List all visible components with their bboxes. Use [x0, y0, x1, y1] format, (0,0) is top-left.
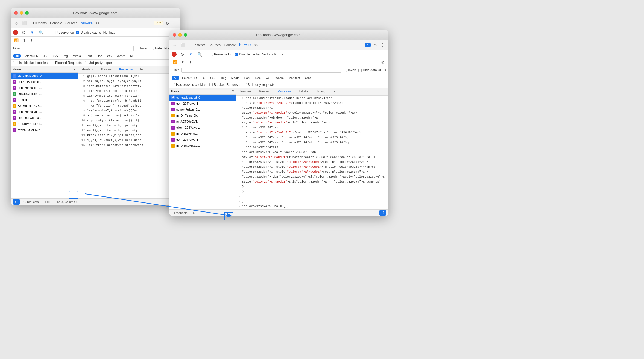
request-item-back[interactable]: xgen_204?atyp=i... — [11, 109, 78, 115]
invert-checkbox-front[interactable] — [344, 69, 347, 72]
request-item-front[interactable]: jm=sy1r,sybt,sy... — [169, 131, 236, 137]
filter-manifest-front[interactable]: Manifest — [286, 76, 302, 80]
filter-img-back[interactable]: Img — [61, 54, 70, 58]
response-tab-front[interactable]: Response — [274, 88, 295, 95]
request-item-front[interactable]: xgen_204?atyp=i... — [169, 101, 236, 107]
filter-media-back[interactable]: Media — [71, 54, 83, 58]
request-item-front[interactable]: xgen_204?atyp=i... — [169, 137, 236, 143]
more-detail-tabs-front[interactable]: >> — [329, 88, 340, 95]
third-party-cb-back[interactable] — [85, 61, 88, 64]
sources-tab-front[interactable]: Sources — [207, 43, 222, 47]
headers-tab-front[interactable]: Headers — [236, 88, 256, 95]
network-tab-active[interactable]: Network — [80, 18, 94, 28]
throttle-dropdown-arrow[interactable]: ▾ — [282, 52, 283, 56]
invert-checkbox-back[interactable] — [136, 47, 139, 50]
cursor-icon[interactable]: ⊹ — [13, 20, 20, 27]
elements-tab[interactable]: Elements — [32, 21, 48, 25]
filter-font-back[interactable]: Font — [84, 54, 94, 58]
upload-icon-front[interactable]: ⬆ — [179, 59, 186, 66]
filter-css-back[interactable]: CSS — [49, 54, 60, 58]
filter-ws-front[interactable]: WS — [263, 76, 273, 80]
request-item-back[interactable]: dcb=gapi.loaded_0 — [11, 73, 78, 79]
blocked-requests-cb-front[interactable] — [209, 83, 213, 86]
settings-icon-front[interactable]: ⚙ — [372, 42, 378, 48]
headers-tab-back[interactable]: Headers — [78, 66, 97, 73]
sources-tab[interactable]: Sources — [64, 21, 78, 25]
more-tabs-front[interactable]: >> — [253, 43, 259, 47]
close-panel-icon[interactable]: ✕ — [71, 66, 78, 73]
request-item-back[interactable]: xget?rt=j&sourcei... — [11, 79, 78, 85]
minimize-button-back[interactable] — [20, 11, 23, 15]
filter-input-back[interactable] — [23, 46, 134, 51]
network-tab-active-front[interactable]: Network — [238, 40, 252, 50]
close-button-back[interactable] — [14, 11, 18, 15]
record-button-front[interactable] — [172, 52, 177, 57]
filter-icon[interactable]: ▼ — [29, 29, 36, 36]
filter-icon-front[interactable]: ▼ — [188, 51, 194, 58]
third-party-cb-front[interactable] — [244, 83, 247, 86]
blocked-cookies-cb-back[interactable] — [13, 61, 16, 64]
initiator-tab-back[interactable]: In — [136, 66, 147, 73]
preserve-log-checkbox[interactable] — [51, 31, 54, 34]
filter-other-front[interactable]: Other — [303, 76, 315, 80]
blocked-requests-cb-back[interactable] — [51, 61, 54, 64]
close-button-front[interactable] — [173, 33, 176, 37]
request-item-back[interactable]: jm=DhPYme,Eke... — [11, 121, 78, 127]
stop-recording-icon-front[interactable]: ⊘ — [179, 51, 185, 58]
upload-icon[interactable]: ⬆ — [21, 37, 27, 44]
record-button-back[interactable] — [13, 30, 18, 35]
initiator-tab-front[interactable]: Initiator — [295, 88, 312, 95]
filter-js-back[interactable]: JS — [41, 54, 49, 58]
hide-data-checkbox-back[interactable] — [151, 47, 154, 50]
mobile-icon[interactable]: ⬜ — [21, 20, 27, 27]
console-tab[interactable]: Console — [49, 21, 63, 25]
disable-cache-checkbox-front[interactable]: ✓ — [235, 53, 238, 56]
filter-all-front[interactable]: All — [172, 76, 179, 80]
preview-tab-front[interactable]: Preview — [256, 88, 274, 95]
disable-cache-checkbox[interactable]: ✓ — [76, 31, 79, 34]
blocked-cookies-cb-front[interactable] — [172, 83, 175, 86]
filter-input-front[interactable] — [181, 68, 342, 73]
request-item-front[interactable]: xsearch?q&cp=0... — [169, 107, 236, 113]
pretty-print-btn-front[interactable]: {} — [379, 210, 386, 216]
maximize-button-front[interactable] — [184, 33, 187, 37]
preview-tab-back[interactable]: Preview — [97, 66, 115, 73]
search-icon-front[interactable]: 🔍 — [196, 51, 203, 58]
download-icon-front[interactable]: ⬇ — [187, 59, 194, 66]
filter-ws-back[interactable]: WS — [105, 54, 114, 58]
filter-doc-back[interactable]: Doc — [95, 54, 104, 58]
request-item-back[interactable]: xm=hfcr — [11, 97, 78, 103]
filter-fetch-front[interactable]: Fetch/XHR — [180, 76, 199, 80]
kebab-menu-icon-front[interactable]: ⋮ — [379, 42, 386, 48]
settings-icon[interactable]: ⚙ — [164, 20, 171, 27]
pretty-print-btn-back[interactable]: {} — [13, 199, 20, 205]
wifi-icon[interactable]: 📶 — [13, 37, 20, 44]
maximize-button-back[interactable] — [25, 11, 29, 15]
filter-media-front[interactable]: Media — [229, 76, 242, 80]
elements-tab-front[interactable]: Elements — [191, 43, 206, 47]
stop-recording-icon[interactable]: ⊘ — [20, 29, 27, 36]
download-icon[interactable]: ⬇ — [28, 37, 35, 44]
filter-js-front[interactable]: JS — [200, 76, 207, 80]
request-item-front[interactable]: jm=sy6s,sy6t,aL... — [169, 143, 236, 149]
more-tabs[interactable]: >> — [95, 21, 101, 25]
wifi-icon-front[interactable]: 📶 — [172, 59, 178, 66]
filter-doc-front[interactable]: Doc — [253, 76, 263, 80]
request-item-back[interactable]: xsearch?q&cp=0... — [11, 115, 78, 121]
filter-fetch-back[interactable]: Fetch/XHR — [21, 54, 40, 58]
request-item-front[interactable]: xrs=ACT90oGsT... — [169, 119, 236, 125]
request-item-front[interactable]: jm=DhPYme,Ek... — [169, 113, 236, 119]
hide-data-checkbox-front[interactable] — [358, 69, 362, 72]
mobile-icon-front[interactable]: ⬜ — [179, 42, 186, 48]
search-icon[interactable]: 🔍 — [38, 29, 44, 36]
close-panel-icon-front[interactable]: ✕ — [230, 88, 236, 95]
filter-font-front[interactable]: Font — [242, 76, 253, 80]
filter-css-front[interactable]: CSS — [208, 76, 219, 80]
minimize-button-front[interactable] — [178, 33, 182, 37]
network-settings-icon[interactable]: ⚙ — [379, 59, 386, 66]
preserve-log-checkbox-front[interactable] — [210, 53, 213, 56]
filter-m-back[interactable]: M — [128, 54, 135, 58]
timing-tab-front[interactable]: Timing — [312, 88, 329, 95]
request-item-back[interactable]: xrs=ACT90oFKZ4 — [11, 127, 78, 133]
filter-all-back[interactable]: All — [13, 54, 21, 58]
